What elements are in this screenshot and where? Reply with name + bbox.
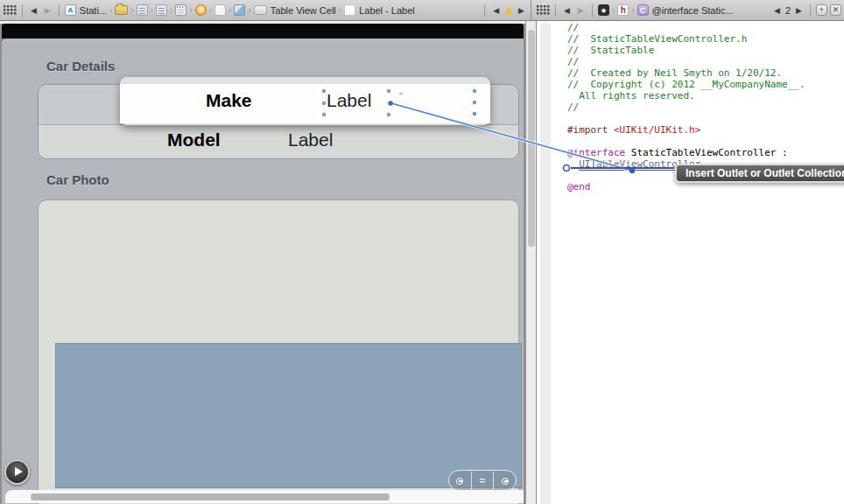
code-line: // xyxy=(567,56,805,67)
separator xyxy=(484,4,485,17)
warning-icon[interactable] xyxy=(504,6,513,14)
chevron-right-icon: › xyxy=(130,5,133,15)
next-issue-button[interactable]: ▶ xyxy=(516,6,527,15)
breadcrumb-view-controller[interactable] xyxy=(195,4,207,16)
make-value-label[interactable]: Label xyxy=(327,90,371,111)
canvas-zoom-controls: = xyxy=(448,470,517,491)
chevron-right-icon: › xyxy=(189,5,192,15)
play-button[interactable] xyxy=(4,459,30,485)
back-button[interactable]: ◀ xyxy=(28,6,39,15)
section-header-car-details[interactable]: Car Details xyxy=(46,59,115,74)
model-value-label[interactable]: Label xyxy=(288,130,333,150)
zoom-out-icon xyxy=(456,478,463,485)
chevron-right-icon: › xyxy=(631,5,634,15)
code-line: @interface StaticTableViewController : xyxy=(567,147,805,158)
code-line: // StaticTable xyxy=(567,45,805,56)
label-object-icon xyxy=(344,4,355,16)
chevron-right-icon: › xyxy=(109,5,112,15)
next-counterpart-button[interactable]: ▶ xyxy=(793,6,805,15)
horizontal-scrollbar-thumb[interactable] xyxy=(31,494,390,500)
chevron-right-icon: › xyxy=(209,5,212,15)
insert-outlet-tooltip: Insert Outlet or Outlet Collection xyxy=(675,164,844,183)
selected-table-cell-make[interactable]: Make Label xyxy=(120,77,490,125)
zoom-fit-button[interactable]: = xyxy=(471,472,494,490)
code-line: // xyxy=(567,22,805,33)
jumpbar-left: ◀ ▶ Stati...››››››››Table View Cell›Labe… xyxy=(0,0,531,20)
toolbar: ◀ ▶ Stati...››››››››Table View Cell›Labe… xyxy=(0,0,844,21)
breadcrumb-scene[interactable] xyxy=(175,4,186,16)
zoom-in-button[interactable] xyxy=(493,472,516,490)
code-line: All rights reserved. xyxy=(567,90,805,102)
previous-issue-button[interactable]: ◀ xyxy=(490,6,502,15)
chevron-right-icon: › xyxy=(151,5,153,15)
code-line xyxy=(567,113,805,124)
class-symbol-icon xyxy=(637,4,649,16)
code-line: // xyxy=(567,102,805,113)
breadcrumb-symbol[interactable]: @interface Static... xyxy=(637,4,734,16)
horizontal-scrollbar[interactable] xyxy=(5,490,524,503)
back-button[interactable]: ◀ xyxy=(561,6,573,15)
view-controller-icon xyxy=(195,4,207,16)
add-assistant-editor-button[interactable]: + xyxy=(816,4,827,16)
chevron-right-icon: › xyxy=(170,5,172,15)
breadcrumb-object[interactable] xyxy=(234,4,245,16)
storyboard-file-icon xyxy=(137,4,148,16)
breadcrumb-group[interactable] xyxy=(115,5,128,15)
section-header-car-photo[interactable]: Car Photo xyxy=(46,172,109,187)
storyboard-file-icon xyxy=(156,4,167,16)
separator xyxy=(22,4,23,17)
code-line xyxy=(567,136,805,147)
related-items-icon[interactable] xyxy=(4,5,17,15)
previous-counterpart-button[interactable]: ◀ xyxy=(771,6,783,15)
chevron-right-icon: › xyxy=(229,5,231,15)
code-line: // Created by Neil Smyth on 1/20/12. xyxy=(567,67,805,79)
vertical-scrollbar[interactable] xyxy=(525,21,536,504)
code-line: #import <UIKit/UIKit.h> xyxy=(567,124,805,136)
table-row-model[interactable]: Model Label xyxy=(39,124,518,159)
separator xyxy=(810,4,811,17)
breadcrumb-file[interactable] xyxy=(156,4,167,16)
folder-icon xyxy=(115,5,128,15)
related-items-icon[interactable] xyxy=(537,5,550,15)
breadcrumb-label[interactable]: Label - Label xyxy=(344,4,415,16)
table-cell-icon xyxy=(254,5,267,15)
separator xyxy=(592,4,593,17)
jumpbar-right: ◀ ▶ ››@interface Static... ◀ 2 ▶ + ✕ xyxy=(531,0,844,20)
code-line: // StaticTableViewController.h xyxy=(567,33,805,45)
editor-gutter xyxy=(540,23,551,504)
project-icon xyxy=(65,4,76,16)
assistant-code-editor[interactable]: //// StaticTableViewController.h// Stati… xyxy=(537,21,844,504)
breadcrumb-file[interactable] xyxy=(137,4,148,16)
separator xyxy=(59,4,60,17)
model-label[interactable]: Model xyxy=(167,130,221,150)
breadcrumb-project[interactable]: Stati... xyxy=(65,4,107,16)
breadcrumb-counterparts[interactable] xyxy=(598,4,609,16)
view-icon xyxy=(215,4,226,16)
zoom-out-button[interactable] xyxy=(449,472,471,490)
counterparts-icon xyxy=(598,4,609,16)
table-row-make[interactable]: Make Label xyxy=(120,84,490,123)
breadcrumb-header-file[interactable] xyxy=(617,4,629,16)
image-view[interactable] xyxy=(55,343,522,488)
forward-button[interactable]: ▶ xyxy=(42,6,53,15)
navigation-bar[interactable] xyxy=(2,24,524,38)
separator xyxy=(555,4,556,17)
zoom-in-icon xyxy=(502,478,509,485)
breadcrumb-view[interactable] xyxy=(215,4,226,16)
breadcrumb-table-view-cell[interactable]: Table View Cell xyxy=(254,5,336,16)
make-label[interactable]: Make xyxy=(206,90,252,111)
chevron-right-icon: › xyxy=(339,5,341,15)
close-assistant-editor-button[interactable]: ✕ xyxy=(830,4,841,16)
window-icon xyxy=(175,4,186,16)
header-file-icon xyxy=(617,4,629,16)
chevron-right-icon: › xyxy=(248,5,250,15)
counterpart-counter: 2 xyxy=(785,5,791,16)
object-cube-icon xyxy=(234,4,245,16)
interface-builder-canvas[interactable]: Car Details Model Label Make Label Car P… xyxy=(0,21,525,504)
forward-button[interactable]: ▶ xyxy=(575,6,587,15)
code-line: // Copyright (c) 2012 __MyCompanyName__. xyxy=(567,79,805,90)
vertical-scrollbar-thumb[interactable] xyxy=(528,30,535,247)
chevron-right-icon: › xyxy=(612,5,615,15)
